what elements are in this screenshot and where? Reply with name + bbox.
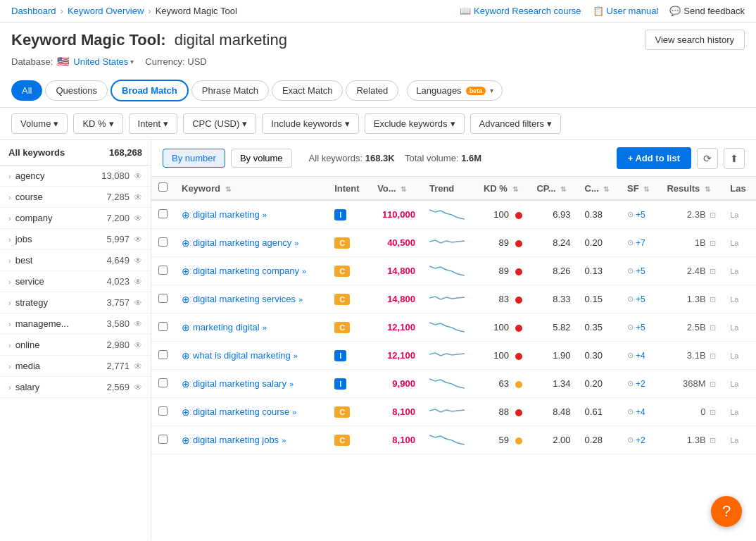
languages-button[interactable]: Languages beta ▾ [407,80,503,101]
row-checkbox[interactable] [158,294,168,303]
sf-link[interactable]: +5 [636,210,645,220]
row-checkbox[interactable] [158,435,168,444]
db-country-link[interactable]: United States ▾ [73,56,134,67]
by-number-button[interactable]: By number [163,149,225,168]
sidebar-item[interactable]: › service 4,023 👁 [0,271,151,292]
row-checkbox[interactable] [158,378,168,387]
sf-link[interactable]: +7 [636,238,645,248]
sidebar-item[interactable]: › company 7,200 👁 [0,208,151,229]
sf-link[interactable]: +5 [636,323,645,332]
intent-badge: C [334,322,350,333]
breadcrumb-overview[interactable]: Keyword Overview [68,6,144,16]
sidebar-item[interactable]: › salary 2,569 👁 [0,377,151,398]
row-checkbox[interactable] [158,350,168,359]
eye-icon[interactable]: 👁 [134,340,142,350]
sidebar-item[interactable]: › jobs 5,997 👁 [0,229,151,250]
eye-icon[interactable]: 👁 [134,298,142,308]
sf-link[interactable]: +2 [636,379,645,389]
row-checkbox[interactable] [158,209,168,218]
eye-icon[interactable]: 👁 [134,256,142,266]
tab-exact-match[interactable]: Exact Match [272,80,344,101]
row-checkbox[interactable] [158,266,168,275]
course-link[interactable]: 📖 Keyword Research course [460,6,581,16]
sf-link[interactable]: +4 [636,351,645,361]
sf-link[interactable]: +2 [636,435,645,445]
arrows-icon: » [294,352,298,360]
sidebar-item[interactable]: › course 7,285 👁 [0,187,151,208]
keyword-link[interactable]: ⊕ digital marketing » [182,209,320,220]
eye-icon[interactable]: 👁 [134,213,142,223]
row-checkbox-cell[interactable] [151,229,175,257]
sidebar-item[interactable]: › manageme... 3,580 👁 [0,313,151,335]
sort-icon[interactable]: ⇅ [512,185,518,193]
eye-icon[interactable]: 👁 [134,235,142,244]
eye-icon[interactable]: 👁 [134,361,142,371]
keyword-link[interactable]: ⊕ marketing digital » [182,322,320,333]
keyword-link[interactable]: ⊕ digital marketing course » [182,406,320,418]
sf-link[interactable]: +5 [636,294,645,304]
sort-icon[interactable]: ⇅ [705,185,710,193]
row-checkbox-cell[interactable] [151,285,175,313]
filter-kd[interactable]: KD % ▾ [73,113,122,134]
eye-icon[interactable]: 👁 [134,171,142,181]
by-volume-button[interactable]: By volume [231,149,292,168]
sidebar-item[interactable]: › media 2,771 👁 [0,356,151,377]
tab-broad-match[interactable]: Broad Match [111,80,189,101]
keyword-link[interactable]: ⊕ what is digital marketing » [182,350,320,361]
manual-link[interactable]: 📋 User manual [593,6,659,16]
filter-cpc[interactable]: CPC (USD) ▾ [183,113,256,134]
help-button[interactable]: ? [711,496,742,527]
breadcrumb-dashboard[interactable]: Dashboard [11,6,56,16]
row-checkbox-cell[interactable] [151,370,175,398]
filter-exclude[interactable]: Exclude keywords ▾ [365,113,465,134]
cpc-cell: 2.00 [529,426,577,454]
eye-icon[interactable]: 👁 [134,383,142,392]
row-checkbox-cell[interactable] [151,398,175,426]
row-checkbox-cell[interactable] [151,313,175,342]
filter-advanced[interactable]: Advanced filters ▾ [470,113,562,134]
header-checkbox[interactable] [151,177,175,200]
filter-volume[interactable]: Volume ▾ [11,113,68,134]
sidebar-item[interactable]: › best 4,649 👁 [0,250,151,271]
eye-icon[interactable]: 👁 [134,277,142,287]
row-checkbox-cell[interactable] [151,257,175,285]
eye-icon[interactable]: 👁 [134,319,142,329]
intent-cell: C [327,229,370,257]
sidebar-item[interactable]: › strategy 3,757 👁 [0,292,151,313]
keyword-link[interactable]: ⊕ digital marketing company » [182,266,320,277]
keyword-link[interactable]: ⊕ digital marketing salary » [182,378,320,390]
refresh-button[interactable]: ⟳ [697,148,718,169]
sort-icon[interactable]: ⇅ [603,185,609,193]
tab-all[interactable]: All [11,80,42,101]
keyword-link[interactable]: ⊕ digital marketing agency » [182,237,320,249]
sort-icon[interactable]: ⇅ [560,185,566,193]
filter-intent[interactable]: Intent ▾ [129,113,178,134]
row-checkbox-cell[interactable] [151,342,175,370]
sort-icon[interactable]: ⇅ [225,185,231,193]
arrows-icon: » [263,211,267,219]
filter-include[interactable]: Include keywords ▾ [262,113,358,134]
tab-phrase-match[interactable]: Phrase Match [191,80,269,101]
sidebar-item[interactable]: › online 2,980 👁 [0,335,151,356]
row-checkbox[interactable] [158,237,168,247]
tab-questions[interactable]: Questions [45,80,108,101]
view-history-button[interactable]: View search history [645,30,745,50]
add-to-list-button[interactable]: + Add to list [617,147,691,169]
sort-icon[interactable]: ⇅ [643,185,649,193]
sf-link[interactable]: +5 [636,266,645,276]
eye-icon[interactable]: 👁 [134,192,142,202]
keyword-link[interactable]: ⊕ digital marketing services » [182,294,320,305]
row-checkbox[interactable] [158,322,168,331]
sort-icon[interactable]: ⇅ [401,185,406,193]
keyword-link[interactable]: ⊕ digital marketing jobs » [182,435,320,446]
header-results: Results ⇅ [660,177,723,200]
sf-link[interactable]: +4 [636,407,645,417]
row-checkbox-cell[interactable] [151,426,175,454]
sidebar-item[interactable]: › agency 13,080 👁 [0,166,151,187]
select-all-checkbox[interactable] [158,182,168,192]
row-checkbox[interactable] [158,406,168,416]
row-checkbox-cell[interactable] [151,200,175,229]
tab-related[interactable]: Related [346,80,398,101]
feedback-link[interactable]: 💬 Send feedback [669,6,745,16]
export-button[interactable]: ⬆ [724,148,745,169]
